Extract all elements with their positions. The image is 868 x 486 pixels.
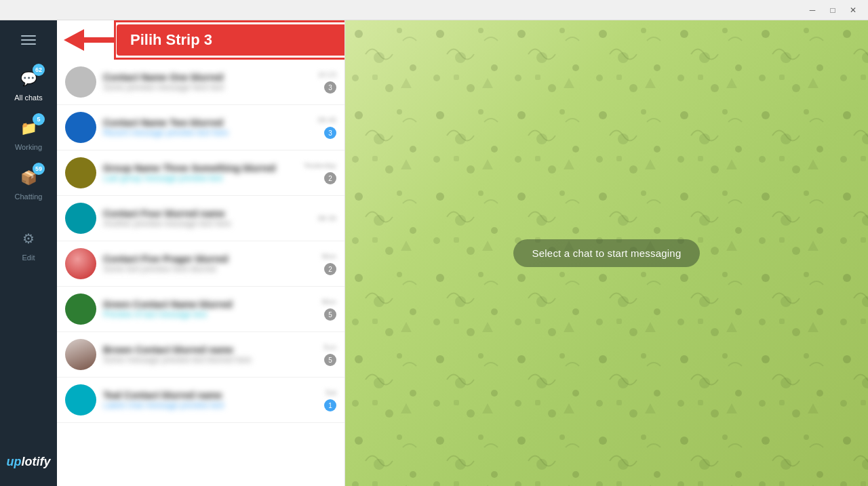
chat-preview: Some preview message here text <box>103 83 311 92</box>
chat-item[interactable]: Contact Name Two blurred Recent message … <box>57 105 344 150</box>
uplotify-logo: uplotify <box>4 449 54 475</box>
hamburger-icon <box>21 35 36 45</box>
app-body: 💬 62 All chats 📁 5 Working 📦 59 Ch <box>0 20 868 486</box>
chat-preview: Latest chat message preview text <box>103 401 317 410</box>
nav-icon-wrap-chatting: 📦 59 <box>16 165 41 190</box>
chat-name: Contact Name Two blurred <box>103 117 311 128</box>
chat-meta: Mon 5 <box>322 298 336 321</box>
chat-info: Brown Contact blurred name Some message … <box>103 344 316 365</box>
sidebar-item-working[interactable]: 📁 5 Working <box>0 109 57 159</box>
chat-avatar <box>65 248 96 279</box>
chat-badge: 3 <box>324 81 336 94</box>
chat-meta: 10:23 3 <box>317 70 336 94</box>
chat-info: Contact Five Prager blurred Some text pr… <box>103 254 315 274</box>
chat-time: Mon <box>322 298 336 306</box>
sidebar-item-all-chats[interactable]: 💬 62 All chats <box>0 60 57 109</box>
chat-name: Contact Name One blurred <box>103 72 311 83</box>
svg-marker-0 <box>64 29 84 51</box>
svg-rect-1 <box>84 37 115 43</box>
working-label: Working <box>15 143 42 152</box>
chat-item[interactable]: Contact Name One blurred Some preview me… <box>57 60 344 105</box>
chat-name: Contact Five Prager blurred <box>103 254 315 264</box>
close-button[interactable]: ✕ <box>844 3 863 18</box>
chat-item[interactable]: Brown Contact blurred name Some message … <box>57 332 344 378</box>
chat-preview: Some text preview here blurred <box>103 264 315 274</box>
chat-badge: 3 <box>324 127 336 139</box>
chat-time: 08:30 <box>317 214 336 222</box>
chat-preview: Preview of last message text <box>103 310 315 319</box>
chat-item[interactable]: Contact Four blurred name Another previe… <box>57 196 344 241</box>
logo-text-2: lotify <box>22 455 51 468</box>
hamburger-button[interactable] <box>0 20 57 60</box>
chat-meta: 09:45 3 <box>317 116 336 139</box>
chat-name: Contact Four blurred name <box>103 208 311 219</box>
chat-item[interactable]: Teal Contact blurred name Latest chat me… <box>57 378 344 423</box>
annotation-title-text: Pilih Strip 3 <box>130 31 212 49</box>
chat-item[interactable]: Group Name Three Something blurred Last … <box>57 150 344 196</box>
chat-name: Green Contact Name blurred <box>103 299 315 310</box>
chat-meta: 08:30 <box>317 214 336 222</box>
all-chats-label: All chats <box>14 94 43 102</box>
chat-badge: 2 <box>324 263 336 275</box>
chat-time: Mon <box>322 252 336 260</box>
maximize-button[interactable]: □ <box>823 3 842 18</box>
chat-preview: Recent message preview text here <box>103 128 311 138</box>
sidebar-item-edit[interactable]: ⚙ Edit <box>0 220 57 269</box>
pilih-strip-label: Pilih Strip 3 <box>117 24 345 56</box>
chat-info: Group Name Three Something blurred Last … <box>103 163 296 183</box>
chat-time: 09:45 <box>317 116 336 124</box>
minimize-button[interactable]: ─ <box>803 3 822 18</box>
chat-info: Teal Contact blurred name Latest chat me… <box>103 390 317 410</box>
nav-icon-wrap-working: 📁 5 <box>16 116 41 140</box>
logo-text-1: up <box>7 455 22 468</box>
nav-icon-wrap-all-chats: 💬 62 <box>16 66 41 91</box>
chat-info: Contact Name One blurred Some preview me… <box>103 72 311 92</box>
chat-info: Contact Four blurred name Another previe… <box>103 208 311 228</box>
chat-info: Green Contact Name blurred Preview of la… <box>103 299 315 319</box>
red-arrow-svg <box>64 26 118 54</box>
chat-item[interactable]: Contact Five Prager blurred Some text pr… <box>57 241 344 287</box>
chat-time: Sun <box>323 343 336 351</box>
chat-meta: Mon 2 <box>322 252 336 275</box>
chat-time: Yesterday <box>303 161 336 169</box>
sidebar-item-chatting[interactable]: 📦 59 Chatting <box>0 159 57 208</box>
chat-avatar <box>65 66 96 98</box>
chat-preview: Another preview message text here <box>103 219 311 228</box>
chat-avatar <box>65 157 96 188</box>
chat-list[interactable]: Contact Name One blurred Some preview me… <box>57 60 344 486</box>
chat-preview: Last group message preview text <box>103 174 296 183</box>
chatting-label: Chatting <box>15 193 43 201</box>
chatting-badge: 59 <box>33 163 45 175</box>
chat-name: Brown Contact blurred name <box>103 344 316 355</box>
chat-time: 10:23 <box>317 70 336 79</box>
all-chats-badge: 62 <box>33 64 45 76</box>
select-chat-text: Select a chat to start messaging <box>532 247 682 259</box>
annotation-header: Pilih Strip 3 <box>57 20 344 60</box>
nav-icon-wrap-edit: ⚙ <box>16 226 41 251</box>
edit-icon: ⚙ <box>22 232 35 245</box>
chat-avatar <box>65 384 96 416</box>
red-box-annotation <box>114 20 345 60</box>
main-content: Select a chat to start messaging <box>345 20 868 486</box>
chat-badge: 2 <box>324 172 336 184</box>
titlebar: ─ □ ✕ <box>0 0 868 20</box>
chat-avatar <box>65 203 96 234</box>
sidebar-bottom: uplotify <box>0 449 57 486</box>
chat-name: Teal Contact blurred name <box>103 390 317 401</box>
chat-avatar <box>65 112 96 143</box>
chat-preview: Some message preview text blurred here <box>103 355 316 365</box>
chat-list-panel: Pilih Strip 3 Contact Name One blurred S… <box>57 20 345 486</box>
red-arrow-container: Pilih Strip 3 <box>57 20 345 60</box>
chat-badge: 1 <box>324 399 336 411</box>
chat-item[interactable]: Green Contact Name blurred Preview of la… <box>57 287 344 332</box>
chat-badge: 5 <box>324 354 336 366</box>
edit-label: Edit <box>22 254 35 262</box>
chat-avatar <box>65 339 96 370</box>
chat-meta: Sun 5 <box>323 343 336 366</box>
chat-avatar <box>65 293 96 325</box>
sidebar-nav: 💬 62 All chats 📁 5 Working 📦 59 Ch <box>0 20 57 486</box>
chat-time: Sat <box>325 388 336 397</box>
working-badge: 5 <box>33 113 45 125</box>
app-window: ─ □ ✕ 💬 62 All chats 📁 <box>0 0 868 486</box>
select-chat-bubble: Select a chat to start messaging <box>513 239 701 267</box>
